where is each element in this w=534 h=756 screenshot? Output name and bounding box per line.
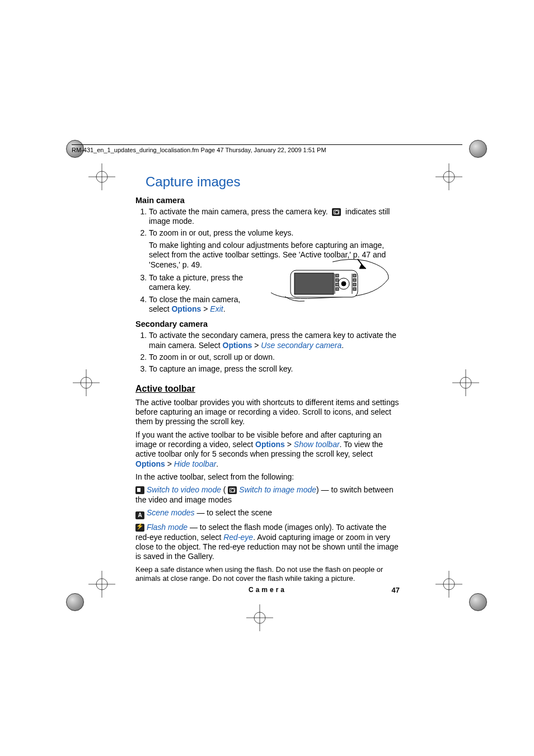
item-name: Scene modes bbox=[147, 508, 195, 517]
text: . bbox=[216, 459, 218, 468]
text: ( bbox=[221, 485, 228, 494]
header-rule bbox=[72, 144, 462, 145]
content-area: Capture images Main camera To activate t… bbox=[135, 173, 400, 586]
step-text: To zoom in or out, scroll up or down. bbox=[149, 353, 275, 361]
footer-page-number: 47 bbox=[392, 586, 400, 594]
registration-mark-icon bbox=[88, 163, 115, 190]
step-text: To take a picture, press the camera key. bbox=[149, 273, 243, 292]
separator: > bbox=[165, 459, 174, 468]
menu-option: Options bbox=[223, 341, 252, 350]
body-text: The active toolbar provides you with sho… bbox=[135, 398, 400, 427]
corner-sphere-icon bbox=[469, 140, 487, 158]
footer-section-name: Camera bbox=[135, 586, 400, 594]
list-item: To capture an image, press the scroll ke… bbox=[149, 364, 400, 374]
step-text: . bbox=[223, 304, 226, 313]
separator: > bbox=[252, 341, 261, 350]
svg-rect-35 bbox=[353, 288, 356, 290]
list-item: To activate the secondary camera, press … bbox=[149, 331, 400, 350]
menu-command: Show toolbar bbox=[294, 440, 340, 449]
list-item: To zoom in or out, scroll up or down. bbox=[149, 353, 400, 362]
corner-sphere-icon bbox=[469, 593, 487, 611]
menu-option: Options bbox=[135, 459, 165, 468]
page-container: RM-431_en_1_updates_during_localisation.… bbox=[0, 0, 534, 756]
menu-command: Use secondary camera bbox=[261, 341, 341, 350]
registration-mark-icon bbox=[435, 571, 462, 598]
registration-mark-icon bbox=[246, 604, 273, 631]
section-title: Capture images bbox=[146, 173, 400, 190]
svg-rect-31 bbox=[336, 288, 339, 290]
toolbar-item: A Scene modes — to select the scene bbox=[135, 508, 400, 519]
registration-mark-icon bbox=[452, 369, 479, 396]
toolbar-item: Flash mode — to select the flash mode (i… bbox=[135, 523, 400, 561]
step-text: To capture an image, press the scroll ke… bbox=[149, 364, 293, 373]
body-text: In the active toolbar, select from the f… bbox=[135, 472, 400, 482]
separator: > bbox=[285, 440, 294, 449]
menu-command: Hide toolbar bbox=[174, 459, 217, 468]
body-text: If you want the active toolbar to be vis… bbox=[135, 430, 400, 469]
svg-rect-32 bbox=[353, 274, 356, 277]
svg-rect-28 bbox=[336, 274, 339, 277]
scene-mode-icon: A bbox=[135, 511, 144, 519]
registration-mark-icon bbox=[435, 163, 462, 190]
running-head: RM-431_en_1_updates_during_localisation.… bbox=[72, 147, 326, 153]
menu-option: Options bbox=[171, 304, 201, 313]
item-name: Switch to video mode bbox=[147, 485, 221, 494]
svg-rect-34 bbox=[353, 283, 356, 286]
item-name: Flash mode bbox=[147, 523, 188, 532]
secondary-camera-steps: To activate the secondary camera, press … bbox=[135, 331, 400, 374]
camera-icon bbox=[332, 208, 341, 216]
svg-rect-29 bbox=[336, 279, 339, 281]
svg-point-25 bbox=[341, 281, 346, 286]
image-mode-icon bbox=[228, 486, 237, 494]
main-camera-heading: Main camera bbox=[135, 196, 400, 206]
step-text: To zoom in or out, press the volume keys… bbox=[149, 228, 293, 237]
svg-rect-23 bbox=[294, 273, 334, 294]
video-mode-icon bbox=[135, 486, 144, 494]
secondary-camera-heading: Secondary camera bbox=[135, 320, 400, 330]
step-text: To activate the main camera, press the c… bbox=[149, 207, 328, 216]
list-item: To take a picture, press the camera key. bbox=[149, 273, 261, 293]
svg-rect-33 bbox=[353, 279, 356, 281]
registration-mark-icon bbox=[73, 369, 100, 396]
list-item: To close the main camera, select Options… bbox=[149, 295, 261, 314]
item-name: Switch to image mode bbox=[239, 485, 316, 494]
body-text: Keep a safe distance when using the flas… bbox=[135, 565, 400, 583]
text: — to select the scene bbox=[195, 508, 273, 517]
svg-rect-30 bbox=[336, 283, 339, 286]
menu-command: Red-eye bbox=[223, 533, 253, 542]
step-text: . bbox=[341, 341, 344, 350]
menu-option: Options bbox=[255, 440, 285, 449]
separator: > bbox=[201, 304, 210, 313]
page-footer: Camera 47 bbox=[135, 586, 400, 594]
registration-mark-icon bbox=[88, 571, 115, 598]
list-item: To activate the main camera, press the c… bbox=[149, 207, 400, 227]
active-toolbar-heading: Active toolbar bbox=[135, 383, 400, 395]
menu-command: Exit bbox=[210, 304, 223, 313]
corner-sphere-icon bbox=[66, 593, 84, 611]
phone-illustration bbox=[265, 256, 400, 307]
flash-mode-icon bbox=[135, 524, 144, 532]
toolbar-item: Switch to video mode ( Switch to image m… bbox=[135, 485, 400, 505]
